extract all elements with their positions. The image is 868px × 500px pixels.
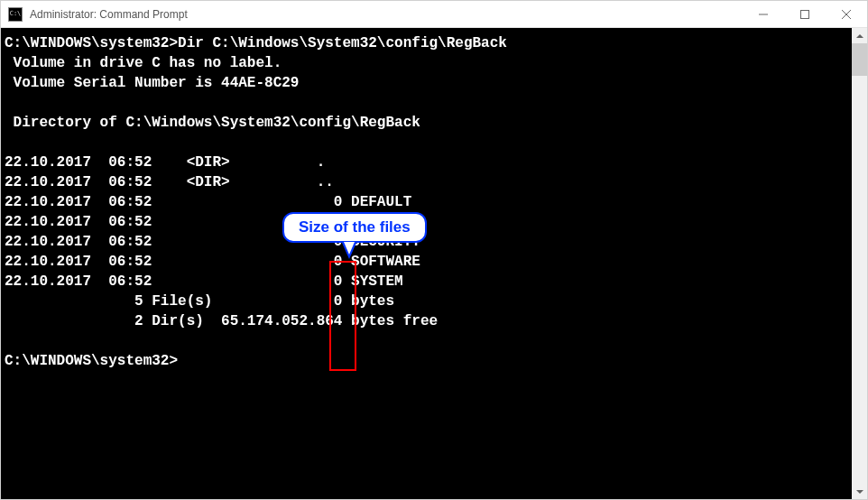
- window-controls: [743, 1, 867, 27]
- window-title: Administrator: Command Prompt: [28, 8, 743, 21]
- svg-rect-1: [801, 10, 809, 18]
- close-button[interactable]: [826, 1, 867, 27]
- scroll-down-button[interactable]: [852, 484, 867, 499]
- callout-text: Size of the files: [299, 218, 411, 236]
- maximize-button[interactable]: [784, 1, 826, 27]
- scroll-thumb[interactable]: [852, 43, 867, 76]
- callout-tail-inner: [344, 242, 355, 255]
- svg-marker-4: [856, 34, 863, 38]
- terminal-output[interactable]: C:\WINDOWS\system32>Dir C:\Windows\Syste…: [1, 28, 852, 499]
- scroll-up-button[interactable]: [852, 28, 867, 43]
- vertical-scrollbar[interactable]: [852, 28, 867, 499]
- svg-marker-5: [856, 490, 863, 494]
- annotation-callout: Size of the files: [282, 212, 427, 243]
- minimize-button[interactable]: [743, 1, 784, 27]
- titlebar[interactable]: C:\ Administrator: Command Prompt: [1, 1, 867, 28]
- cmd-icon: C:\: [8, 7, 23, 22]
- terminal-area: C:\WINDOWS\system32>Dir C:\Windows\Syste…: [1, 28, 867, 499]
- scroll-track[interactable]: [852, 43, 867, 484]
